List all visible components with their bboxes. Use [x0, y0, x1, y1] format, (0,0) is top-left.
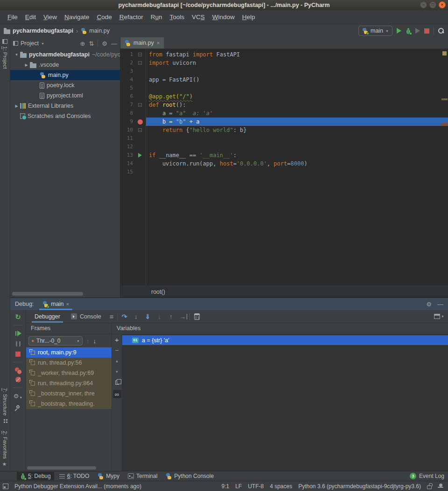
- variable-item[interactable]: 01a = {str} 'a': [122, 335, 448, 345]
- duplicate-watch-icon[interactable]: [115, 380, 119, 385]
- menu-refactor[interactable]: Refactor: [116, 12, 147, 22]
- code-text[interactable]: if __name__ == '__main__':: [146, 151, 448, 159]
- frame-item-run-thread-py-56[interactable]: run, thread.py:56: [26, 358, 112, 368]
- unlock-icon[interactable]: [427, 485, 432, 489]
- step-out-icon[interactable]: ↑: [166, 313, 176, 320]
- indent-setting[interactable]: 4 spaces: [270, 483, 292, 490]
- view-breakpoints-icon[interactable]: [15, 367, 19, 372]
- force-step-into-icon[interactable]: ⇓: [143, 313, 153, 320]
- tree-item-vscode[interactable]: ▶.vscode: [10, 60, 120, 70]
- code-text[interactable]: [146, 143, 448, 151]
- close-button[interactable]: ×: [439, 1, 446, 8]
- toolwindow-button-terminal[interactable]: Terminal: [125, 472, 161, 480]
- thread-selector[interactable]: ● Thr...-0_0 ▼: [28, 336, 83, 346]
- fold-icon[interactable]: [138, 103, 142, 107]
- toolwindow-button-debug[interactable]: 5: Debug: [17, 472, 54, 480]
- code-editor[interactable]: 1from fastapi import FastAPI2import uvic…: [120, 49, 448, 285]
- run-to-cursor-icon[interactable]: →: [178, 313, 188, 320]
- code-text[interactable]: import uvicorn: [146, 59, 448, 67]
- menu-tools[interactable]: Tools: [166, 12, 188, 22]
- restore-layout-icon[interactable]: [434, 314, 440, 319]
- next-frame-icon[interactable]: ↓: [93, 338, 97, 345]
- show-watches-toggle-icon[interactable]: ∞: [113, 390, 121, 398]
- file-encoding[interactable]: UTF-8: [248, 483, 264, 490]
- code-text[interactable]: def root():: [146, 101, 448, 109]
- mute-breakpoints-icon[interactable]: [15, 377, 21, 382]
- stripe-button-structure[interactable]: 7: Structure: [2, 388, 8, 423]
- layout-menu-icon[interactable]: ≡: [107, 312, 116, 320]
- tree-item-poetry-lock[interactable]: poetry.lock: [10, 80, 120, 90]
- frame-item-bootstrap-inner-thre[interactable]: _bootstrap_inner, thre: [26, 388, 112, 399]
- toolwindow-button-mypy[interactable]: Mypy: [94, 472, 123, 480]
- error-stripe-breakpoint-mark[interactable]: [441, 123, 448, 125]
- editor-tab-main-py[interactable]: main.py ×: [120, 37, 164, 48]
- coverage-button[interactable]: [415, 28, 420, 34]
- tree-item-scratches-and-consoles[interactable]: Scratches and Consoles: [10, 111, 120, 121]
- code-text[interactable]: return {"hello world": b}: [146, 126, 448, 134]
- code-text[interactable]: [146, 168, 448, 176]
- rerun-icon[interactable]: ↻: [15, 314, 21, 320]
- hide-panel-icon[interactable]: —: [111, 41, 117, 47]
- menu-view[interactable]: View: [40, 12, 61, 22]
- breadcrumb-project[interactable]: pycharmdebugfastapi: [13, 28, 73, 34]
- gear-icon[interactable]: ⚙: [102, 41, 107, 47]
- add-watch-icon[interactable]: +: [115, 337, 119, 343]
- code-text[interactable]: @app.get("/"): [146, 92, 448, 101]
- tree-item-main-py[interactable]: main.py: [10, 70, 120, 80]
- tree-item-external-libraries[interactable]: ▶External Libraries: [10, 101, 120, 111]
- debug-button[interactable]: [406, 28, 411, 34]
- frame-item-worker-thread-py-69[interactable]: _worker, thread.py:69: [26, 368, 112, 378]
- menu-file[interactable]: File: [4, 12, 21, 22]
- tab-debugger[interactable]: Debugger: [30, 310, 65, 323]
- frame-item-root-main-py-9[interactable]: root, main.py:9: [26, 347, 112, 358]
- code-text[interactable]: uvicorn.run(app, host='0.0.0.0', port=80…: [146, 159, 448, 168]
- menu-help[interactable]: Help: [238, 12, 259, 22]
- run-configuration-select[interactable]: main ▼: [358, 26, 392, 36]
- code-text[interactable]: from fastapi import FastAPI: [146, 50, 448, 59]
- menu-run[interactable]: Run: [147, 12, 166, 22]
- code-text[interactable]: a = "a" a: 'a': [146, 109, 448, 118]
- interpreter-info[interactable]: Python 3.6 (pycharmdebugfastapi-9cdjtyrg…: [298, 483, 421, 490]
- tree-item-pyproject-toml[interactable]: pyproject.toml: [10, 90, 120, 101]
- toolwindow-button-event-log[interactable]: Event Log: [419, 473, 444, 479]
- toggle-toolwindows-icon[interactable]: [3, 484, 8, 489]
- tab-close-icon[interactable]: ×: [157, 40, 160, 46]
- code-text[interactable]: [146, 134, 448, 143]
- evaluate-expression-icon[interactable]: [194, 313, 200, 320]
- run-line-icon[interactable]: [138, 153, 142, 158]
- fold-icon[interactable]: [138, 61, 142, 65]
- stop-icon[interactable]: [15, 352, 21, 357]
- project-view-title[interactable]: Project: [21, 40, 39, 47]
- line-ending[interactable]: LF: [235, 483, 242, 490]
- menu-window[interactable]: Window: [209, 12, 238, 22]
- step-over-icon[interactable]: ↷: [119, 313, 130, 320]
- search-everywhere-icon[interactable]: [438, 28, 444, 34]
- collapse-all-icon[interactable]: ⇅: [89, 41, 94, 47]
- code-text[interactable]: app = FastAPI(): [146, 76, 448, 84]
- pin-tab-icon[interactable]: [16, 405, 21, 409]
- breadcrumb-file[interactable]: main.py: [89, 28, 110, 34]
- stripe-button-favorites[interactable]: 2: Favorites ★: [2, 431, 8, 467]
- frames-horizontal-scrollbar[interactable]: [27, 466, 96, 470]
- status-message[interactable]: Python Debugger Extension Avail... (mome…: [14, 483, 141, 490]
- session-close-icon[interactable]: ×: [66, 301, 69, 307]
- debugger-settings-icon[interactable]: ⚙▼: [14, 393, 23, 399]
- code-text[interactable]: b = "b" + a: [146, 118, 448, 126]
- layout-dropdown-icon[interactable]: ▼: [441, 315, 444, 318]
- project-horizontal-scrollbar[interactable]: [12, 292, 83, 296]
- toolwindow-button-todo[interactable]: 6: TODO: [56, 472, 93, 480]
- caret-position[interactable]: 9:1: [221, 483, 229, 490]
- step-into-icon[interactable]: ↓: [131, 313, 141, 320]
- debug-settings-gear-icon[interactable]: ⚙: [426, 301, 432, 307]
- tree-item-pycharmdebugfastapi[interactable]: ▼pycharmdebugfastapi~/code/pycharmdebugf…: [10, 49, 120, 60]
- toolwindow-button-python-console[interactable]: Python Console: [162, 472, 217, 480]
- fold-icon[interactable]: [138, 128, 142, 132]
- locate-file-icon[interactable]: ⊕: [80, 41, 85, 47]
- debug-session-tab[interactable]: main ×: [39, 298, 72, 310]
- tab-console[interactable]: Console: [66, 310, 106, 323]
- inspections-profile-icon[interactable]: [438, 484, 443, 489]
- frame-item-bootstrap-threading[interactable]: _bootstrap, threading.: [26, 399, 112, 409]
- project-view-dropdown-icon[interactable]: ▼: [41, 42, 44, 45]
- tree-arrow-icon[interactable]: ▼: [13, 53, 20, 57]
- minimize-button[interactable]: –: [420, 1, 427, 8]
